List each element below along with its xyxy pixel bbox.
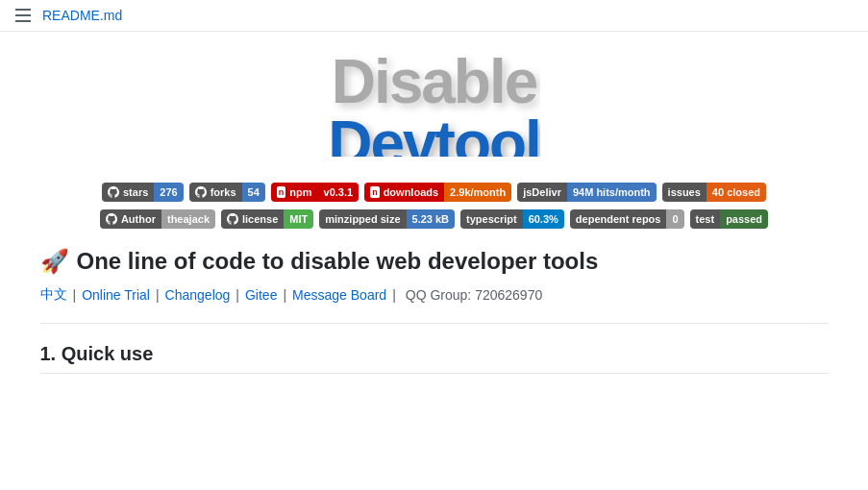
sep-3: | [236, 287, 239, 303]
badge-jsdelivr[interactable]: jsDelivr 94M hits/month [517, 183, 656, 202]
npm-icon-dl: n [370, 186, 380, 198]
qq-group-value: 720626970 [475, 287, 542, 303]
section1-title: 1. Quick use [40, 343, 829, 374]
github-icon [108, 186, 119, 198]
badge-forks[interactable]: forks 54 [189, 183, 265, 202]
sep-1: | [73, 287, 77, 303]
badge-test-label: test [696, 213, 715, 225]
sep-5: | [392, 287, 396, 303]
badge-downloads-label: downloads [384, 186, 438, 198]
badge-downloads[interactable]: n downloads 2.9k/month [364, 183, 511, 202]
link-changelog[interactable]: Changelog [165, 287, 231, 303]
badge-downloads-value: 2.9k/month [444, 183, 511, 202]
badge-test-value: passed [720, 209, 768, 229]
badge-author-value: theajack [161, 209, 215, 229]
qq-group-label: QQ Group: [406, 287, 471, 303]
links-row: 中文 | Online Trial | Changelog | Gitee | … [40, 286, 829, 304]
badge-dependent-value: 0 [666, 209, 683, 229]
badge-typescript-label: typescript [466, 213, 517, 225]
badge-typescript[interactable]: typescript 60.3% [460, 209, 564, 229]
hero-text: Disable Devtool [328, 51, 540, 157]
rocket-emoji: 🚀 [40, 248, 69, 275]
badge-npm[interactable]: n npm v0.3.1 [271, 183, 359, 202]
sep-2: | [156, 287, 160, 303]
badge-npm-label: npm [289, 186, 311, 198]
badge-minzipped[interactable]: minzipped size 5.23 kB [319, 209, 455, 229]
badge-jsdelivr-label: jsDelivr [523, 186, 561, 198]
hero-line1: Disable [328, 51, 540, 112]
main-heading: One line of code to disable web develope… [77, 248, 599, 275]
badge-typescript-value: 60.3% [523, 209, 564, 229]
badge-forks-label: forks [211, 186, 236, 198]
badge-issues-value: 40 closed [707, 183, 766, 202]
link-message-board[interactable]: Message Board [292, 287, 386, 303]
badge-jsdelivr-value: 94M hits/month [567, 183, 657, 202]
badge-issues-label: issues [668, 186, 701, 198]
hero-image: Disable Devtool [40, 51, 829, 159]
divider [40, 323, 829, 324]
badge-npm-value: v0.3.1 [318, 183, 360, 202]
badge-stars[interactable]: stars 276 [102, 183, 184, 202]
hero-line2: Devtool [328, 112, 540, 157]
badge-minzipped-label: minzipped size [325, 213, 400, 225]
github-icon-license [227, 213, 238, 225]
badge-dependent[interactable]: dependent repos 0 [570, 209, 684, 229]
sep-4: | [283, 287, 286, 303]
badge-author-label: Author [121, 213, 156, 225]
main-content: Disable Devtool stars 276 forks 54 n npm [2, 32, 867, 393]
npm-icon: n [277, 186, 286, 198]
badge-minzipped-value: 5.23 kB [407, 209, 456, 229]
top-bar: README.md [0, 0, 868, 32]
main-heading-container: 🚀 One line of code to disable web develo… [40, 248, 829, 275]
badge-license-value: MIT [284, 209, 313, 229]
badge-stars-value: 276 [154, 183, 183, 202]
badge-license-label: license [242, 213, 278, 225]
link-zhongwen[interactable]: 中文 [40, 286, 67, 304]
badge-issues[interactable]: issues 40 closed [662, 183, 766, 202]
link-online-trial[interactable]: Online Trial [82, 287, 150, 303]
top-bar-title: README.md [42, 8, 122, 23]
github-icon-author [106, 213, 117, 225]
badge-forks-value: 54 [242, 183, 265, 202]
qq-group: QQ Group: 720626970 [406, 287, 542, 303]
badge-test[interactable]: test passed [690, 209, 768, 229]
badges-row-1: stars 276 forks 54 n npm v0.3.1 n downlo… [40, 183, 829, 202]
link-gitee[interactable]: Gitee [245, 287, 277, 303]
github-icon-forks [195, 186, 207, 198]
badge-author[interactable]: Author theajack [100, 209, 215, 229]
badge-license[interactable]: license MIT [221, 209, 313, 229]
badges-row-2: Author theajack license MIT minzipped si… [40, 209, 829, 229]
hamburger-menu[interactable] [15, 9, 31, 22]
badge-dependent-label: dependent repos [576, 213, 661, 225]
badge-stars-label: stars [123, 186, 148, 198]
